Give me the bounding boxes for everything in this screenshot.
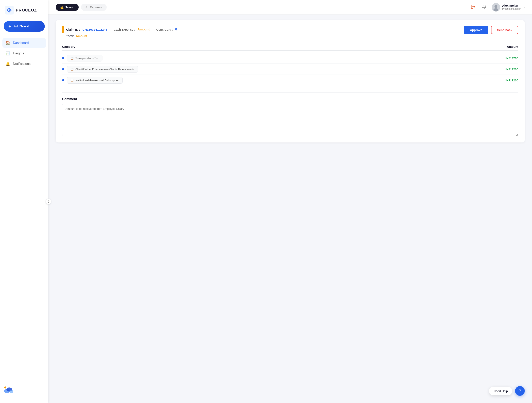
sidebar-item-label: Notifications — [13, 62, 31, 66]
home-icon: 🏠 — [6, 41, 10, 45]
need-help-bubble: Need Help — [489, 387, 512, 395]
claim-meta: Claim ID : CN180324102244 Cash Expense :… — [62, 26, 177, 38]
sendback-button[interactable]: Send back — [491, 26, 518, 34]
main-area: 💰 Travel ✈ Expense — [48, 0, 532, 403]
row-amount: INR 9200 — [506, 79, 518, 82]
chart-icon: 📊 — [6, 51, 10, 56]
sidebar-item-label: Insights — [13, 52, 24, 55]
procloz-logo-icon — [5, 6, 14, 14]
chevron-down-icon: ▾ — [524, 6, 525, 9]
row-dot — [62, 68, 64, 70]
app-name: PROCLOZ — [16, 8, 37, 12]
add-travel-label: Add Travel — [14, 25, 29, 28]
category-label: Transportations-Taxi — [76, 57, 99, 60]
row-amount: INR 9200 — [506, 56, 518, 60]
row-left: 📋 Client/Partner Entertainment-Clients R… — [62, 66, 138, 73]
svg-point-8 — [494, 8, 498, 12]
claim-id-value: CN180324102244 — [82, 28, 107, 31]
tab-expense-label: Expense — [90, 6, 102, 9]
sidebar-item-insights[interactable]: 📊 Insights — [2, 49, 46, 58]
row-dot — [62, 79, 64, 81]
claim-id-row: Claim ID : CN180324102244 Cash Expense :… — [62, 26, 177, 33]
sidebar-item-dashboard[interactable]: 🏠 Dashboard — [2, 38, 46, 48]
user-name: Alex meian — [502, 4, 521, 8]
claim-card: Claim ID : CN180324102244 Cash Expense :… — [56, 20, 525, 143]
notifications-button[interactable] — [481, 3, 488, 11]
sidebar-item-label: Dashboard — [13, 41, 29, 45]
row-left: 📋 Institutional-Professional Subscriptio… — [62, 77, 123, 84]
category-icon: 📋 — [70, 79, 74, 82]
category-label: Client/Partner Entertainment-Clients Ref… — [76, 68, 134, 71]
content-area: Claim ID : CN180324102244 Cash Expense :… — [48, 14, 532, 403]
corp-card-label: Corp. Card : — [156, 28, 173, 31]
plus-icon: ＋ — [8, 24, 12, 29]
user-menu[interactable]: Alex meian Product manager ▾ — [492, 3, 525, 12]
category-icon: 📋 — [70, 68, 74, 71]
avatar — [492, 3, 500, 12]
logout-button[interactable] — [469, 3, 477, 11]
help-button[interactable]: ? — [515, 386, 525, 396]
category-icon: 📋 — [70, 56, 74, 60]
svg-point-3 — [9, 390, 13, 393]
tab-travel[interactable]: 💰 Travel — [56, 4, 79, 11]
row-left: 📋 Transportations-Taxi — [62, 55, 102, 62]
expense-table: Category Amount 📋 Transportations-Taxi I… — [62, 43, 518, 86]
claim-indicator — [62, 26, 64, 33]
cash-expense-value[interactable]: Amount — [138, 28, 150, 31]
comment-label: Comment — [62, 97, 518, 101]
category-pill[interactable]: 📋 Institutional-Professional Subscriptio… — [67, 77, 123, 84]
corp-card-value: 0 — [175, 28, 177, 31]
total-row: Total: Amount — [66, 34, 177, 38]
category-pill[interactable]: 📋 Transportations-Taxi — [67, 55, 102, 62]
category-pill[interactable]: 📋 Client/Partner Entertainment-Clients R… — [67, 66, 138, 73]
add-travel-button[interactable]: ＋ Add Travel — [4, 21, 45, 32]
total-label: Total: — [66, 34, 74, 38]
approve-button[interactable]: Approve — [464, 26, 488, 34]
comment-textarea[interactable] — [62, 104, 518, 136]
header: 💰 Travel ✈ Expense — [48, 0, 532, 14]
separator — [109, 28, 111, 31]
svg-point-4 — [4, 386, 6, 389]
user-role: Product manager — [502, 7, 521, 11]
row-amount: INR 9200 — [506, 68, 518, 71]
col-category: Category — [62, 45, 75, 48]
col-amount: Amount — [507, 45, 518, 48]
user-info: Alex meian Product manager — [502, 4, 521, 11]
category-label: Institutional-Professional Subscription — [76, 79, 119, 82]
plane-icon: ✈ — [86, 6, 88, 9]
logo-area: PROCLOZ — [0, 6, 48, 21]
brand-bird-logo — [3, 385, 45, 396]
sidebar: PROCLOZ ＋ Add Travel 🏠 Dashboard 📊 Insig… — [0, 0, 48, 403]
help-area: Need Help ? — [489, 386, 525, 396]
total-value: Amount — [76, 34, 87, 38]
comment-section: Comment — [62, 92, 518, 137]
table-row: 📋 Client/Partner Entertainment-Clients R… — [62, 64, 518, 75]
claim-header: Claim ID : CN180324102244 Cash Expense :… — [62, 26, 518, 38]
table-header: Category Amount — [62, 43, 518, 50]
tab-travel-label: Travel — [66, 6, 74, 9]
row-dot — [62, 57, 64, 59]
cash-expense-label: Cash Expense : — [114, 28, 135, 31]
tab-group: 💰 Travel ✈ Expense — [56, 4, 107, 11]
bell-icon: 🔔 — [6, 62, 10, 66]
wallet-icon: 💰 — [60, 6, 64, 9]
table-row: 📋 Institutional-Professional Subscriptio… — [62, 75, 518, 86]
claim-id-label: Claim ID : — [66, 28, 80, 31]
sidebar-bottom — [0, 382, 48, 399]
table-row: 📋 Transportations-Taxi INR 9200 — [62, 53, 518, 64]
separator2 — [152, 28, 154, 31]
svg-point-7 — [494, 5, 497, 8]
sidebar-item-notifications[interactable]: 🔔 Notifications — [2, 59, 46, 69]
nav-items: 🏠 Dashboard 📊 Insights 🔔 Notifications — [0, 38, 48, 69]
sidebar-collapse-button[interactable]: ❮ — [46, 199, 51, 204]
tab-expense[interactable]: ✈ Expense — [81, 4, 107, 11]
header-right: Alex meian Product manager ▾ — [469, 3, 525, 12]
action-buttons: Approve Send back — [464, 26, 518, 34]
